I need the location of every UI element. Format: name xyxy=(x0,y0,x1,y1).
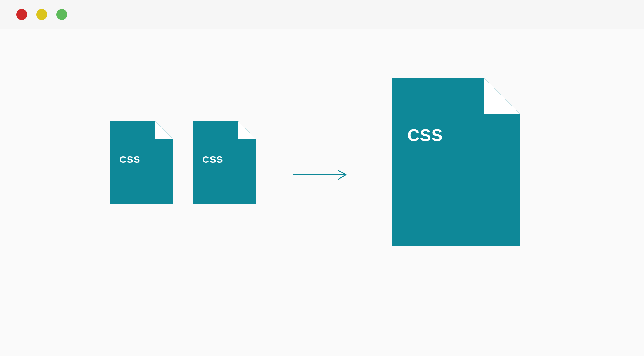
css-file-icon: CSS xyxy=(193,121,256,204)
file-label: CSS xyxy=(119,154,140,165)
page-fold-icon xyxy=(238,121,256,139)
page-fold-icon xyxy=(155,121,173,139)
minimize-icon[interactable] xyxy=(36,9,47,20)
maximize-icon[interactable] xyxy=(56,9,67,20)
window-titlebar xyxy=(0,0,644,29)
close-icon[interactable] xyxy=(16,9,27,20)
page-fold-icon xyxy=(484,78,520,114)
file-label: CSS xyxy=(407,126,443,145)
file-label: CSS xyxy=(202,154,223,165)
css-file-icon: CSS xyxy=(110,121,173,204)
arrow-right-icon xyxy=(292,168,350,181)
diagram-canvas: CSS CSS CSS xyxy=(0,29,644,356)
css-file-large-icon: CSS xyxy=(392,78,520,246)
